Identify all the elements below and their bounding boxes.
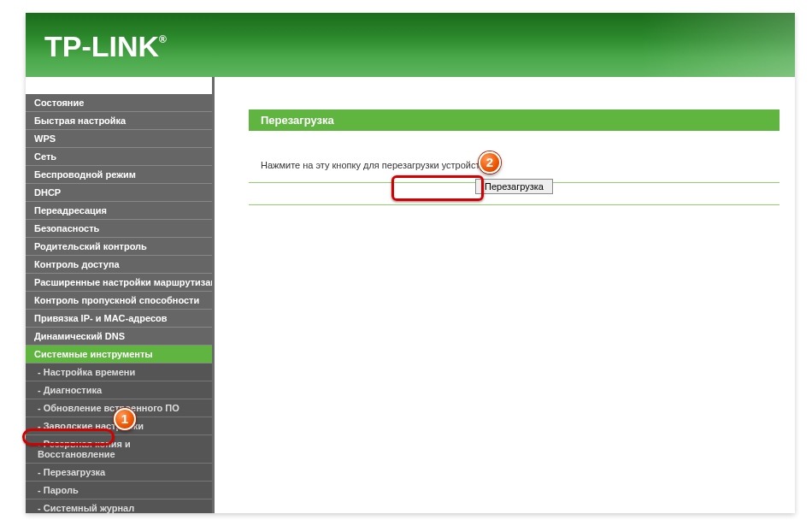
sidebar-item-bandwidth[interactable]: Контроль пропускной способности [26,292,212,310]
sidebar-item-parental[interactable]: Родительский контроль [26,238,212,256]
sidebar-item-wireless[interactable]: Беспроводной режим [26,166,212,184]
sidebar-item-quick-setup[interactable]: Быстрая настройка [26,112,212,130]
sidebar: Состояние Быстрая настройка WPS Сеть Бес… [26,77,212,513]
page-title: Перезагрузка [249,109,780,131]
content-pane: Перезагрузка Нажмите на эту кнопку для п… [215,77,795,513]
brand-text: TP-LINK [44,30,159,62]
sidebar-sub-backup[interactable]: - Резервная копия и Восстановление [26,435,212,464]
annotation-badge-1: 1 [114,408,136,430]
sidebar-item-wps[interactable]: WPS [26,130,212,148]
sidebar-sub-time[interactable]: - Настройка времени [26,363,212,381]
sidebar-item-routing[interactable]: Расширенные настройки маршрутизации [26,274,212,292]
instruction-text: Нажмите на эту кнопку для перезагрузки у… [261,160,492,170]
app-window: TP-LINK® Состояние Быстрая настройка WPS… [26,13,795,513]
sidebar-item-access-control[interactable]: Контроль доступа [26,256,212,274]
sidebar-sub-syslog[interactable]: - Системный журнал [26,499,212,513]
registered-icon: ® [159,33,167,45]
body-area: Состояние Быстрая настройка WPS Сеть Бес… [26,77,795,513]
sidebar-item-forwarding[interactable]: Переадресация [26,202,212,220]
button-row: Перезагрузка [249,178,780,205]
sidebar-item-ip-mac[interactable]: Привязка IP- и MAC-адресов [26,310,212,328]
sidebar-item-system-tools[interactable]: Системные инструменты [26,346,212,363]
sidebar-item-network[interactable]: Сеть [26,148,212,166]
sidebar-sub-diagnostics[interactable]: - Диагностика [26,381,212,399]
header-banner: TP-LINK® [26,13,795,77]
annotation-badge-2: 2 [479,151,501,174]
sidebar-item-dhcp[interactable]: DHCP [26,184,212,202]
reboot-button[interactable]: Перезагрузка [475,179,553,194]
sidebar-item-security[interactable]: Безопасность [26,220,212,238]
sidebar-item-ddns[interactable]: Динамический DNS [26,328,212,346]
sidebar-sub-reboot[interactable]: - Перезагрузка [26,464,212,482]
brand-logo: TP-LINK® [26,13,795,63]
sidebar-sub-password[interactable]: - Пароль [26,482,212,499]
sidebar-item-status[interactable]: Состояние [26,94,212,112]
